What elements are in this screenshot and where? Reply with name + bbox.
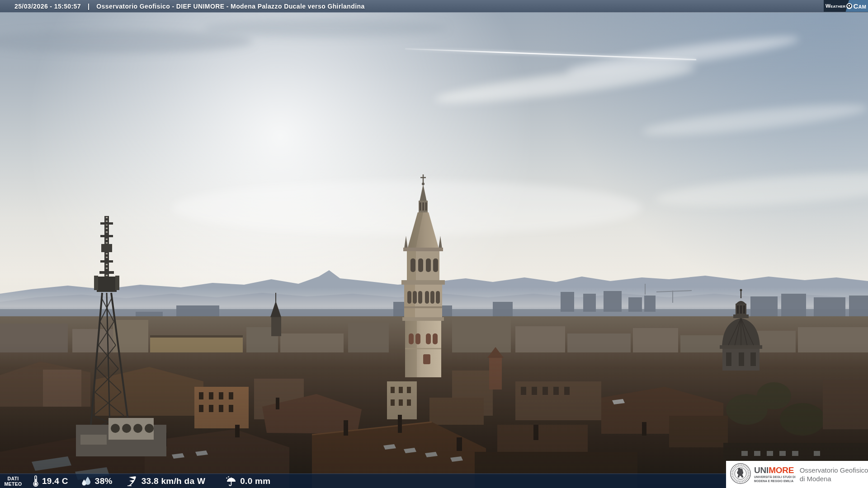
humidity-reading: 38%: [81, 476, 113, 487]
observatory-name-line1: Osservatorio Geofisico: [800, 466, 868, 475]
unimore-subtitle-line2: MODENA E REGGIO EMILIA: [754, 479, 796, 483]
unimore-subtitle-line1: UNIVERSITÀ DEGLI STUDI DI: [754, 475, 796, 479]
weathercam-brand-weather: Weather: [826, 3, 846, 9]
wind-reading: 33.8 km/h da W: [126, 475, 205, 487]
top-bar-text: 25/03/2026 - 15:50:57 | Osservatorio Geo…: [0, 3, 365, 10]
umbrella-rain-icon: [225, 476, 237, 487]
webcam-scene: [0, 0, 868, 488]
dati-meteo-label: DATI METEO: [0, 476, 26, 487]
rain-value: 0.0 mm: [240, 476, 270, 486]
thermometer-icon: [33, 475, 39, 487]
page-title: Osservatorio Geofisico - DIEF UNIMORE - …: [96, 3, 364, 10]
unimore-seal-icon: [729, 461, 752, 488]
camera-lens-icon: [846, 3, 852, 9]
separator: |: [88, 3, 90, 10]
wind-value: 33.8 km/h da W: [142, 476, 205, 486]
temperature-value: 19.4 C: [42, 476, 68, 486]
rain-reading: 0.0 mm: [225, 476, 270, 487]
weathercam-logo[interactable]: Weather Cam: [824, 0, 868, 12]
unimore-more-text: MORE: [769, 465, 794, 475]
top-overlay-bar: 25/03/2026 - 15:50:57 | Osservatorio Geo…: [0, 0, 868, 13]
observatory-name-line2: di Modena: [800, 474, 868, 483]
webcam-page: 25/03/2026 - 15:50:57 | Osservatorio Geo…: [0, 0, 868, 488]
wind-flag-icon: [126, 475, 138, 487]
unimore-uni-text: UNI: [754, 465, 769, 475]
unimore-wordmark: UNIMORE UNIVERSITÀ DEGLI STUDI DI MODENA…: [754, 466, 796, 483]
temperature-reading: 19.4 C: [33, 475, 68, 487]
weathercam-brand-cam: Cam: [853, 2, 866, 10]
humidity-drops-icon: [81, 476, 92, 487]
observatory-name: Osservatorio Geofisico di Modena: [800, 466, 868, 483]
humidity-value: 38%: [95, 476, 113, 486]
unimore-banner[interactable]: UNIMORE UNIVERSITÀ DEGLI STUDI DI MODENA…: [726, 461, 868, 488]
timestamp: 25/03/2026 - 15:50:57: [14, 3, 81, 10]
